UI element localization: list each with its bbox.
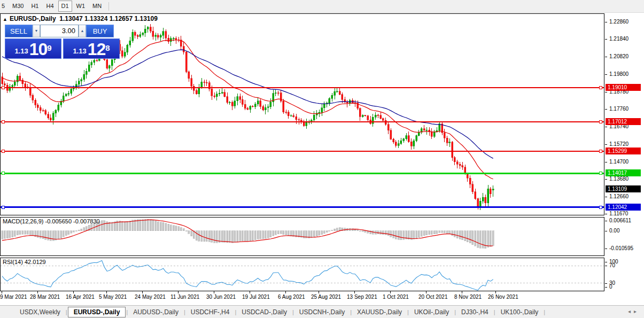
- sell-button[interactable]: SELL: [5, 25, 33, 37]
- candle-body: [426, 130, 428, 130]
- macd-histogram-bar: [121, 221, 123, 231]
- tabs-scroll-left-icon[interactable]: ◂: [628, 308, 634, 314]
- macd-indicator-pane[interactable]: MACD(12,26,9) -0.005650 -0.007830: [0, 217, 604, 256]
- timeframe-button-w1[interactable]: W1: [73, 1, 89, 12]
- line-endpoint-marker[interactable]: [2, 150, 4, 153]
- volume-input[interactable]: 3.00: [40, 25, 79, 37]
- line-endpoint-marker[interactable]: [2, 206, 4, 208]
- horizontal-level-line[interactable]: [1, 206, 604, 208]
- tab-usdcnh-daily[interactable]: USDCNH-,Daily: [294, 307, 350, 317]
- candle-body: [188, 72, 190, 79]
- tab-xauusd-daily[interactable]: XAUUSD-,Daily: [352, 307, 407, 317]
- line-endpoint-marker[interactable]: [599, 172, 602, 175]
- timeframe-button-d1[interactable]: D1: [58, 1, 72, 12]
- date-tick-label: 24 May 2021: [135, 294, 166, 300]
- timeframe-button-5[interactable]: 5: [1, 1, 8, 12]
- macd-histogram-bar: [283, 231, 284, 235]
- candle-body: [413, 141, 415, 146]
- timeframe-button-h1[interactable]: H1: [28, 1, 42, 12]
- horizontal-level-line[interactable]: [1, 87, 604, 88]
- volume-increase-button[interactable]: ▲: [79, 25, 86, 37]
- timeframe-button-h4[interactable]: H4: [43, 1, 57, 12]
- date-tick-label: 28 Mar 2021: [30, 294, 60, 300]
- macd-histogram-bar: [433, 231, 435, 234]
- candle-body: [367, 116, 369, 120]
- date-tick: [73, 291, 74, 293]
- scale-tick-dash: [605, 262, 607, 262]
- line-endpoint-marker[interactable]: [599, 206, 602, 208]
- tab-uk100-daily[interactable]: UK100-,Daily: [496, 307, 544, 317]
- macd-histogram-bar: [2, 231, 3, 239]
- macd-histogram-bar: [464, 231, 466, 241]
- tab-eurusd-daily[interactable]: EURUSD-,Daily: [68, 307, 126, 317]
- candle-body: [492, 189, 494, 190]
- tab-usdchf-h4[interactable]: USDCHF-,H4: [186, 307, 235, 317]
- tab-audusd-daily[interactable]: AUDUSD-,Daily: [128, 307, 183, 317]
- scale-tick-dash: [605, 283, 607, 284]
- line-endpoint-marker[interactable]: [599, 87, 602, 89]
- date-axis[interactable]: 9 Mar 202128 Mar 202116 Apr 20215 May 20…: [0, 291, 604, 305]
- macd-histogram-bar: [267, 231, 269, 238]
- candle-body: [300, 120, 302, 121]
- candle-body: [342, 95, 343, 100]
- macd-histogram-bar: [104, 221, 105, 231]
- price-tick-label: 1.11670: [609, 211, 628, 216]
- macd-histogram-bar: [459, 231, 461, 239]
- buy-price-display[interactable]: 1.13 12 8: [63, 38, 120, 59]
- candle-body: [398, 144, 399, 145]
- buy-button[interactable]: BUY: [86, 25, 114, 37]
- candle-body: [267, 107, 269, 108]
- price-tick-label: 1.14700: [609, 159, 629, 165]
- line-endpoint-marker[interactable]: [2, 172, 4, 175]
- tab-dj30-h4[interactable]: DJ30-,H4: [456, 307, 493, 317]
- symbol-label: EURUSD-,Daily: [10, 15, 56, 22]
- candle-body: [2, 77, 3, 84]
- macd-tick-label: 0.006611: [609, 218, 631, 223]
- candle-body: [395, 142, 397, 146]
- tab-usdcad-daily[interactable]: USDCAD-,Daily: [237, 307, 292, 317]
- sell-price-display[interactable]: 1.13 10 9: [5, 38, 61, 59]
- macd-histogram-bar: [124, 222, 126, 231]
- timeframe-button-mn[interactable]: MN: [89, 1, 105, 12]
- macd-histogram-bar: [160, 222, 161, 231]
- macd-histogram-bar: [475, 231, 476, 246]
- macd-histogram-bar: [42, 231, 44, 239]
- line-endpoint-marker[interactable]: [599, 150, 602, 153]
- candle-body: [150, 27, 151, 31]
- horizontal-level-line[interactable]: [1, 121, 604, 122]
- rsi-indicator-pane[interactable]: RSI(14) 42.0129: [0, 258, 604, 291]
- macd-histogram-bar: [4, 231, 5, 238]
- macd-tick-label: 0.00: [609, 228, 619, 234]
- date-tick: [462, 291, 462, 293]
- tab-usdx-weekly[interactable]: USDX,Weekly: [15, 307, 65, 317]
- macd-histogram-bar: [382, 231, 384, 235]
- line-endpoint-marker[interactable]: [2, 121, 4, 123]
- macd-histogram-bar: [336, 228, 338, 231]
- horizontal-level-line[interactable]: [1, 173, 604, 174]
- macd-histogram-bar: [290, 231, 292, 236]
- candle-body: [94, 60, 95, 63]
- timeframe-button-m30[interactable]: M30: [9, 1, 27, 12]
- tabs-scroll-right-icon[interactable]: ▸: [634, 308, 640, 314]
- candle-body: [454, 158, 455, 162]
- scale-tick-dash: [605, 197, 607, 197]
- line-endpoint-marker[interactable]: [599, 121, 602, 123]
- candle-body: [134, 32, 136, 35]
- candle-body: [390, 130, 392, 139]
- main-chart-pane[interactable]: ▲EURUSD-,Daily 1.13047 1.13324 1.12657 1…: [0, 13, 604, 215]
- macd-histogram-bar: [242, 231, 243, 241]
- tab-scroll-arrows[interactable]: ◂▸: [628, 308, 640, 314]
- macd-histogram-bar: [108, 222, 110, 231]
- horizontal-level-line[interactable]: [1, 151, 604, 152]
- tab-ukoil-daily[interactable]: UKOil-,Daily: [409, 307, 454, 317]
- collapse-panel-icon[interactable]: ▲: [3, 17, 7, 22]
- macd-histogram-bar: [439, 231, 440, 232]
- price-level-badge: 1.19010: [606, 84, 641, 91]
- macd-histogram-bar: [101, 221, 103, 231]
- line-endpoint-marker[interactable]: [2, 87, 4, 89]
- macd-histogram-bar: [196, 231, 197, 241]
- price-tick-label: 1.19800: [609, 71, 629, 77]
- sell-price-big-digits: 10: [29, 41, 48, 57]
- macd-histogram-bar: [357, 230, 359, 231]
- volume-decrease-button[interactable]: ▼: [33, 25, 40, 37]
